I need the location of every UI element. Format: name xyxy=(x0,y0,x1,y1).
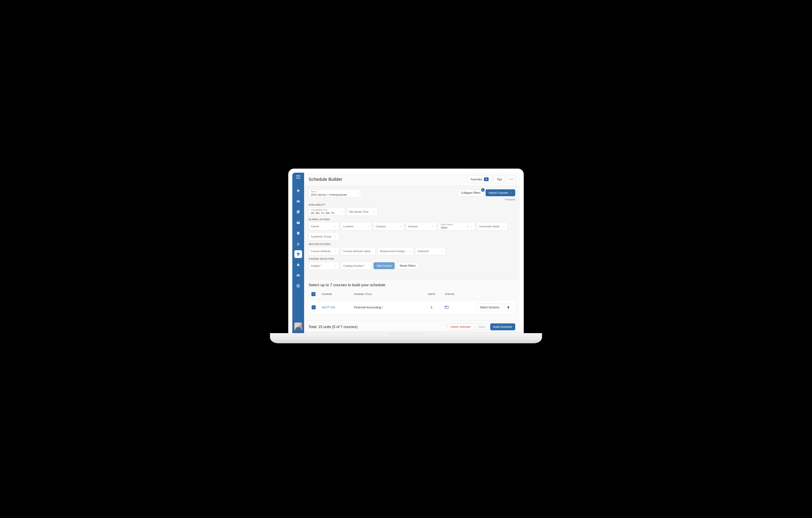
subject-select[interactable]: Subject * xyxy=(309,262,339,270)
more-icon xyxy=(509,179,513,180)
campus-select[interactable]: Campus xyxy=(374,222,404,230)
chevron-down-icon xyxy=(510,192,512,194)
location-select[interactable]: Location xyxy=(341,222,372,230)
row-checkbox[interactable] xyxy=(312,305,316,309)
section-label-availability: AVAILABILITY xyxy=(309,203,515,206)
import-courses-button[interactable]: Import Courses xyxy=(486,189,515,196)
class-status-select[interactable]: Class Status: Open xyxy=(438,222,475,230)
term-label: Term: * xyxy=(311,191,347,193)
divider xyxy=(309,273,515,274)
section-label-section-filters: SECTION FILTERS xyxy=(309,243,515,245)
term-select[interactable]: Term: * 2024 Spring > Undergraduate xyxy=(309,189,361,197)
sidebar-item-chart[interactable] xyxy=(294,240,302,247)
favorites-label: Favorites xyxy=(470,178,482,181)
required-note: * Required xyxy=(504,198,515,201)
table-row: ACCT 201 Financial Accounting I 3 Select… xyxy=(309,301,515,314)
col-units: UNITS xyxy=(418,293,445,295)
catalog-number-input[interactable]: Catalog Number * xyxy=(341,262,372,270)
svg-rect-6 xyxy=(297,221,298,221)
build-schedule-button[interactable]: Build Schedule xyxy=(490,323,515,330)
min-break-time-select[interactable]: Min Break Time xyxy=(347,208,378,216)
sidebar-item-card[interactable] xyxy=(294,197,302,205)
trash-icon xyxy=(507,306,510,309)
chevron-down-icon xyxy=(409,250,411,252)
add-course-button[interactable]: Add Course xyxy=(374,262,395,269)
tips-button[interactable]: Tips xyxy=(494,175,505,183)
sidebar-item-mail[interactable] xyxy=(294,271,302,279)
chevron-down-icon xyxy=(334,225,337,227)
requirement-designation-select[interactable]: Requirement Design... xyxy=(378,247,413,255)
menu-icon[interactable] xyxy=(296,175,300,179)
chevron-down-icon xyxy=(341,211,343,213)
status-icon xyxy=(445,306,448,309)
svg-rect-7 xyxy=(299,221,299,221)
unavailable-time-select[interactable]: Unavailable Time: (4): Mo, Tu, We, Th xyxy=(309,208,345,216)
course-title: Financial Accounting I xyxy=(354,306,418,309)
chevron-down-icon xyxy=(432,225,434,227)
chevron-down-icon xyxy=(334,250,337,252)
collapse-filters-button[interactable]: Collapse Filters xyxy=(458,189,484,196)
delete-selected-button[interactable]: Delete Selected xyxy=(447,323,473,330)
section-label-course-selection: COURSE SELECTION xyxy=(309,257,515,260)
course-table-area: Select up to 7 courses to build your sch… xyxy=(304,280,520,320)
svg-rect-9 xyxy=(298,231,299,232)
instructor-select[interactable]: Instructor xyxy=(415,247,446,255)
svg-rect-8 xyxy=(297,231,299,235)
trackpad-notch xyxy=(388,333,424,336)
term-value: 2024 Spring > Undergraduate xyxy=(311,193,347,196)
sidebar-item-clipboard[interactable] xyxy=(294,229,302,237)
course-attribute-value-select[interactable]: Course Attribute Value xyxy=(341,247,376,255)
avatar[interactable] xyxy=(294,323,302,330)
bottom-bar: Total: 15 units (5 of 7 courses) Delete … xyxy=(304,320,520,333)
session-select[interactable]: Session xyxy=(406,222,436,230)
select-sections-button[interactable]: Select Sections xyxy=(476,303,502,311)
chevron-down-icon xyxy=(334,265,337,267)
course-link[interactable]: ACCT 201 xyxy=(322,306,354,309)
col-status: STATUS xyxy=(445,293,472,295)
chevron-down-icon xyxy=(373,211,375,213)
select-all-checkbox[interactable] xyxy=(311,292,316,296)
sidebar-item-schedule-builder[interactable] xyxy=(294,250,302,258)
sidebar-item-home[interactable] xyxy=(294,187,302,195)
chevron-down-icon xyxy=(441,250,443,252)
laptop-base xyxy=(270,333,542,343)
svg-rect-5 xyxy=(297,221,300,222)
chevron-down-icon xyxy=(470,225,473,227)
main: Schedule Builder Favorites 3 Tips xyxy=(304,173,520,333)
instruction-mode-select[interactable]: Instruction Mode xyxy=(477,222,508,230)
sidebar-item-notifications[interactable] xyxy=(294,261,302,269)
filters-panel: Term: * 2024 Spring > Undergraduate Coll… xyxy=(304,186,520,280)
delete-row-button[interactable] xyxy=(504,303,512,311)
career-select[interactable]: Career xyxy=(309,222,339,230)
chevron-down-icon xyxy=(334,235,337,238)
reset-filters-button[interactable]: Reset Filters xyxy=(397,262,419,269)
save-button[interactable]: Save xyxy=(475,323,488,330)
chevron-down-icon xyxy=(357,192,359,195)
favorites-count-badge: 3 xyxy=(484,178,489,181)
col-course-title: COURSE TITLE xyxy=(354,293,418,295)
sidebar-item-calendar[interactable] xyxy=(294,219,302,226)
page-title: Schedule Builder xyxy=(309,177,342,182)
more-button[interactable] xyxy=(507,175,515,183)
course-attribute-select[interactable]: Course Attribute xyxy=(309,247,339,255)
clear-class-status-icon[interactable] xyxy=(466,225,469,228)
sidebar-item-copy[interactable] xyxy=(294,208,302,216)
sidebar xyxy=(292,173,304,333)
course-units: 3 xyxy=(418,306,445,309)
svg-rect-0 xyxy=(297,200,300,202)
favorites-button[interactable]: Favorites 3 xyxy=(467,175,492,183)
section-label-global: GLOBAL FILTERS xyxy=(309,218,515,221)
total-summary: Total: 15 units (5 of 7 courses) xyxy=(309,325,357,329)
chevron-down-icon xyxy=(399,225,402,227)
chevron-down-icon xyxy=(503,225,505,227)
svg-rect-1 xyxy=(297,201,300,201)
table-title: Select up to 7 courses to build your sch… xyxy=(309,283,515,287)
topbar: Schedule Builder Favorites 3 Tips xyxy=(304,173,520,186)
sidebar-item-web[interactable] xyxy=(294,282,302,290)
academic-group-select[interactable]: Academic Group xyxy=(309,233,339,241)
active-filters-badge: 2 xyxy=(481,188,485,192)
col-course: COURSE xyxy=(322,293,354,295)
chevron-down-icon xyxy=(367,225,369,227)
